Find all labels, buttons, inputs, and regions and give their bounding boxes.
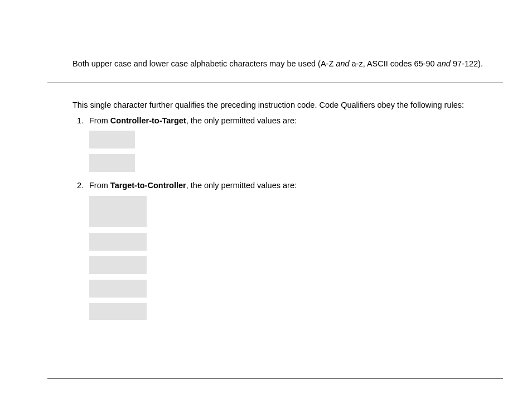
numbered-list: 1.From Controller-to-Target, the only pe… <box>72 115 297 328</box>
text-pre: From <box>89 181 110 190</box>
text-and-1: and <box>336 59 349 68</box>
document-page: Both upper case and lower case alphabeti… <box>0 0 532 412</box>
intro-paragraph-2: This single character further qualifies … <box>72 99 499 111</box>
text-and-2: and <box>437 59 451 68</box>
list-text: From Controller-to-Target, the only perm… <box>89 116 297 125</box>
list-item-2: 2.From Target-to-Controller, the only pe… <box>72 180 297 319</box>
redacted-box <box>89 280 147 298</box>
redacted-box <box>89 196 147 227</box>
text-bold: Target-to-Controller <box>110 181 186 190</box>
list-number: 1. <box>72 115 84 126</box>
text-post: 97-122). <box>451 59 483 68</box>
redacted-box <box>89 131 135 148</box>
text-pre: Both upper case and lower case alphabeti… <box>72 59 336 68</box>
text-bold: Controller-to-Target <box>110 116 186 125</box>
redacted-boxes-group-2 <box>89 196 297 320</box>
redacted-box <box>89 256 147 274</box>
list-number: 2. <box>72 180 84 191</box>
redacted-box <box>89 233 147 251</box>
text-post: , the only permitted values are: <box>186 116 297 125</box>
text-mid: a-z, ASCII codes 65-90 <box>350 59 437 68</box>
redacted-box <box>89 154 135 172</box>
text-pre: From <box>89 116 110 125</box>
intro-paragraph-1: Both upper case and lower case alphabeti… <box>72 58 499 69</box>
horizontal-rule-top <box>47 83 503 83</box>
list-item-1: 1.From Controller-to-Target, the only pe… <box>72 115 297 172</box>
horizontal-rule-bottom <box>47 379 503 379</box>
list-text: From Target-to-Controller, the only perm… <box>89 181 297 190</box>
redacted-boxes-group-1 <box>89 131 297 172</box>
text-post: , the only permitted values are: <box>186 181 297 190</box>
redacted-box <box>89 303 147 320</box>
